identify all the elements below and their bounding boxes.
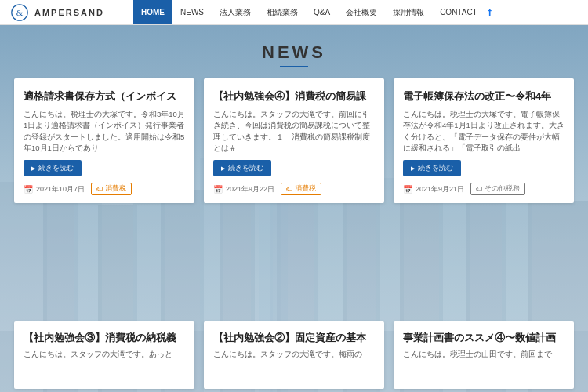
bottom-cards-grid: 【社内勉強会③】消費税の納税義 こんにちは。スタッフの大滝です。あっと 【社内勉… [14, 321, 574, 389]
card-2-body: こんにちは。スタッフの大滝です。前回に引き続き、今回は消費税の簡易課税について整… [213, 109, 375, 154]
bottom-card-2-body: こんにちは。スタッフの大滝です。梅雨の [213, 349, 375, 360]
news-cards-grid: 適格請求書保存方式（インボイス こんにちは。税理士の大塚です。令和3年10月1日… [14, 78, 574, 203]
logo-icon: & [11, 4, 28, 21]
card-2-tag[interactable]: 消費税 [281, 183, 321, 195]
bottom-card-1-title: 【社内勉強会③】消費税の納税義 [24, 331, 185, 345]
card-3-read-more[interactable]: 続きを読む [403, 160, 461, 176]
bottom-card-1-body: こんにちは。スタッフの大滝です。あっと [24, 349, 185, 360]
card-3-footer: 📅 2021年9月21日 その他税務 [403, 183, 564, 195]
facebook-icon[interactable]: f [488, 7, 492, 18]
card-3-tag[interactable]: その他税務 [470, 183, 525, 195]
card-1-date: 📅 2021年10月7日 [24, 184, 85, 194]
nav-sozoku[interactable]: 相続業務 [259, 0, 306, 24]
card-1-read-more[interactable]: 続きを読む [24, 160, 82, 176]
logo-area: & AMPERSAND [0, 4, 133, 21]
calendar-icon-2: 📅 [213, 185, 223, 194]
card-3-date: 📅 2021年9月21日 [403, 184, 464, 194]
svg-text:&: & [16, 7, 24, 16]
bottom-card-1: 【社内勉強会③】消費税の納税義 こんにちは。スタッフの大滝です。あっと [14, 321, 194, 389]
news-card-1: 適格請求書保存方式（インボイス こんにちは。税理士の大塚です。令和3年10月1日… [14, 78, 194, 203]
nav-qa[interactable]: Q&A [306, 0, 338, 24]
card-1-title: 適格請求書保存方式（インボイス [24, 89, 185, 103]
logo-text: AMPERSAND [34, 8, 104, 17]
nav-home[interactable]: HOME [133, 0, 172, 24]
card-3-title: 電子帳簿保存法の改正〜令和4年 [403, 89, 564, 103]
header: & AMPERSAND HOME NEWS 法人業務 相続業務 Q&A 会社概要… [0, 0, 588, 25]
calendar-icon-1: 📅 [24, 185, 33, 194]
bottom-card-2: 【社内勉強会②】固定資産の基本 こんにちは。スタッフの大滝です。梅雨の [204, 321, 384, 389]
card-2-date: 📅 2021年9月22日 [213, 184, 274, 194]
calendar-icon-3: 📅 [403, 185, 412, 194]
card-2-read-more[interactable]: 続きを読む [213, 160, 271, 176]
hero-section: NEWS 適格請求書保存方式（インボイス こんにちは。税理士の大塚です。令和3年… [0, 25, 588, 392]
bottom-card-3: 事業計画書のススメ④〜数値計画 こんにちは。税理士の山田です。前回まで [394, 321, 574, 389]
nav-saiyou[interactable]: 採用情報 [385, 0, 432, 24]
card-3-body: こんにちは。税理士の大塚です。電子帳簿保存法が令和4年1月1日より改正されます。… [403, 109, 564, 154]
nav-news[interactable]: NEWS [172, 0, 212, 24]
news-card-2: 【社内勉強会④】消費税の簡易課 こんにちは。スタッフの大滝です。前回に引き続き、… [204, 78, 384, 203]
card-2-title: 【社内勉強会④】消費税の簡易課 [213, 89, 375, 103]
card-2-footer: 📅 2021年9月22日 消費税 [213, 183, 375, 195]
main-nav: HOME NEWS 法人業務 相続業務 Q&A 会社概要 採用情報 CONTAC… [133, 0, 588, 24]
news-underline [280, 66, 308, 67]
card-1-tag[interactable]: 消費税 [91, 183, 132, 195]
bottom-card-3-title: 事業計画書のススメ④〜数値計画 [403, 331, 564, 345]
nav-contact[interactable]: CONTACT [432, 0, 485, 24]
card-1-body: こんにちは。税理士の大塚です。令和3年10月1日より適格請求書（インボイス）発行… [24, 109, 185, 154]
card-1-footer: 📅 2021年10月7日 消費税 [24, 183, 185, 195]
nav-hojin[interactable]: 法人業務 [212, 0, 259, 24]
nav-kaisha[interactable]: 会社概要 [338, 0, 385, 24]
news-heading: NEWS [0, 42, 588, 63]
bottom-card-3-body: こんにちは。税理士の山田です。前回まで [403, 349, 564, 360]
news-card-3: 電子帳簿保存法の改正〜令和4年 こんにちは。税理士の大塚です。電子帳簿保存法が令… [394, 78, 574, 203]
bottom-card-2-title: 【社内勉強会②】固定資産の基本 [213, 331, 375, 345]
